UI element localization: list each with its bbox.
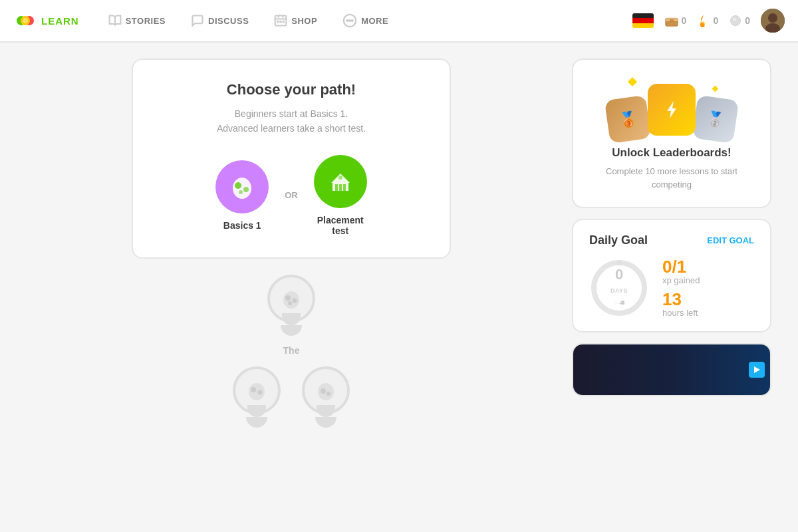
svg-rect-7 — [280, 21, 282, 23]
placement-test-option[interactable]: Placementtest — [314, 155, 367, 236]
hours-value: 13 — [662, 291, 754, 308]
leaderboard-card: 🥉 🥈 Unlock Leaderboards! Complete 10 mor… — [572, 59, 771, 208]
svg-rect-6 — [277, 21, 279, 23]
leaderboard-title: Unlock Leaderboards! — [589, 146, 754, 160]
svg-point-31 — [283, 291, 299, 309]
goal-title: Daily Goal — [589, 233, 648, 247]
locked-lesson-3 — [302, 366, 350, 428]
nav-right: 0 0 0 — [632, 9, 785, 33]
goal-ring: 0 DAYS — [589, 258, 649, 318]
edit-goal-button[interactable]: EDIT GOAL — [707, 235, 754, 245]
right-column: 🥉 🥈 Unlock Leaderboards! Complete 10 mor… — [572, 59, 771, 428]
daily-goal-card: Daily Goal EDIT GOAL 0 DAYS — [572, 219, 771, 332]
locked-lessons-row — [233, 366, 350, 428]
trophy-group: 🥉 🥈 — [589, 76, 754, 136]
svg-rect-15 — [670, 19, 674, 22]
svg-point-4 — [23, 18, 28, 23]
hours-label: hours left — [662, 308, 754, 318]
ad-play-button[interactable] — [749, 362, 765, 378]
bronze-trophy-icon: 🥉 — [618, 110, 638, 130]
ad-card — [572, 343, 771, 396]
gem-icon — [729, 13, 742, 28]
locked-circle-2 — [233, 366, 281, 414]
xp-value: 0/1 — [662, 258, 754, 275]
svg-point-34 — [288, 301, 292, 305]
svg-rect-28 — [343, 184, 346, 191]
silver-trophy-icon: 🥈 — [706, 110, 726, 130]
chest-count: 0 — [682, 15, 687, 26]
locked-egg-icon-1 — [279, 286, 304, 311]
placement-test-label: Placementtest — [317, 215, 364, 236]
svg-point-24 — [239, 190, 243, 194]
svg-point-10 — [347, 20, 348, 21]
avatar-image — [761, 9, 785, 33]
svg-marker-41 — [667, 101, 676, 118]
locked-egg-icon-2 — [244, 378, 269, 403]
language-flag[interactable] — [632, 13, 654, 28]
svg-rect-26 — [335, 184, 338, 191]
svg-point-40 — [327, 392, 331, 396]
locked-lesson-2 — [233, 366, 281, 428]
left-column: Choose your path! Beginners start at Bas… — [27, 59, 556, 428]
nav-item-discuss[interactable]: DISCUSS — [182, 9, 258, 33]
subtitle-line2: Advanced learners take a short test. — [217, 123, 366, 134]
subtitle-line1: Beginners start at Basics 1. — [235, 108, 348, 119]
svg-marker-44 — [754, 366, 760, 373]
sparkle-2 — [712, 86, 719, 92]
shop-icon — [274, 14, 287, 27]
path-or-label: OR — [285, 190, 298, 200]
svg-point-38 — [318, 383, 334, 400]
nav-item-stories[interactable]: STORIES — [99, 9, 175, 33]
shop-label: SHOP — [291, 16, 317, 26]
chest-stat[interactable]: 0 — [664, 13, 687, 28]
svg-point-22 — [235, 182, 241, 189]
leaderboard-subtitle: Complete 10 more lessons to start compet… — [589, 165, 754, 191]
chat-icon — [191, 14, 204, 27]
streak-stat[interactable]: 0 — [697, 13, 718, 28]
flame-mini-icon — [610, 297, 628, 310]
chest-icon — [664, 13, 679, 28]
locked-lesson1-label: The — [283, 345, 300, 356]
trophy-bronze: 🥉 — [604, 95, 651, 144]
gem-stat[interactable]: 0 — [729, 13, 750, 28]
flame-icon — [697, 13, 710, 28]
svg-point-32 — [285, 295, 291, 301]
svg-rect-8 — [283, 21, 285, 23]
choose-path-card: Choose your path! Beginners start at Bas… — [132, 59, 451, 259]
sparkle-1 — [628, 77, 637, 86]
placement-circle[interactable] — [314, 155, 367, 208]
locked-lesson-1: The — [267, 275, 315, 356]
building-icon — [326, 167, 355, 196]
book-icon — [108, 14, 122, 27]
svg-point-37 — [258, 390, 263, 394]
svg-point-23 — [243, 187, 249, 192]
main-content: Choose your path! Beginners start at Bas… — [0, 43, 798, 444]
more-label: MORE — [361, 16, 388, 26]
goal-content: 0 DAYS 0/1 xp gained 13 hours lef — [589, 258, 754, 318]
svg-point-17 — [733, 18, 736, 21]
goal-ring-label: 0 DAYS — [610, 266, 628, 310]
user-avatar[interactable] — [761, 9, 785, 33]
svg-point-19 — [768, 13, 777, 23]
ring-subtitle: DAYS — [610, 287, 628, 294]
path-options: Basics 1 OR P — [165, 155, 418, 236]
path-card-subtitle: Beginners start at Basics 1. Advanced le… — [165, 106, 418, 136]
xp-label: xp gained — [662, 275, 754, 285]
gem-count: 0 — [745, 15, 750, 26]
discuss-label: DISCUSS — [208, 16, 249, 26]
logo[interactable]: LEARN — [13, 9, 79, 33]
nav-item-more[interactable]: MORE — [333, 8, 398, 33]
basics1-circle[interactable] — [215, 160, 269, 213]
more-icon — [342, 13, 357, 28]
navbar: LEARN STORIES DISCUSS SHOP MORE — [0, 0, 798, 43]
logo-icon — [13, 9, 37, 33]
ad-content — [573, 344, 770, 395]
stories-label: STORIES — [126, 16, 166, 26]
basics1-option[interactable]: Basics 1 — [215, 160, 269, 231]
logo-text: LEARN — [41, 15, 79, 27]
trophy-silver: 🥈 — [692, 95, 739, 144]
nav-item-shop[interactable]: SHOP — [265, 9, 327, 33]
svg-point-12 — [352, 20, 353, 21]
svg-point-36 — [251, 387, 256, 392]
goal-header: Daily Goal EDIT GOAL — [589, 233, 754, 247]
